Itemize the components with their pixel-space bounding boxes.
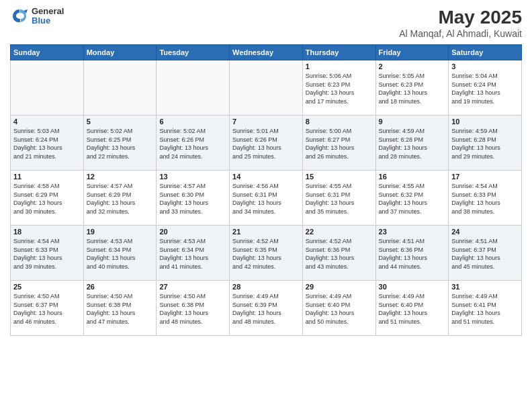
day-info: Sunrise: 4:49 AM Sunset: 6:41 PM Dayligh… <box>451 292 519 326</box>
day-number: 20 <box>159 228 226 236</box>
calendar-cell: 29Sunrise: 4:49 AM Sunset: 6:40 PM Dayli… <box>302 281 375 336</box>
day-number: 31 <box>451 283 519 291</box>
calendar-cell <box>157 60 230 116</box>
calendar-cell: 7Sunrise: 5:01 AM Sunset: 6:26 PM Daylig… <box>230 116 303 171</box>
logo: General Blue <box>10 7 64 26</box>
page: General Blue May 2025 Al Manqaf, Al Ahma… <box>0 0 532 411</box>
day-number: 21 <box>232 228 300 236</box>
day-header-wednesday: Wednesday <box>230 45 303 60</box>
week-row-1: 1Sunrise: 5:06 AM Sunset: 6:23 PM Daylig… <box>11 60 522 116</box>
calendar-cell: 15Sunrise: 4:55 AM Sunset: 6:31 PM Dayli… <box>302 171 375 226</box>
day-info: Sunrise: 4:52 AM Sunset: 6:36 PM Dayligh… <box>306 237 373 271</box>
calendar-cell: 4Sunrise: 5:03 AM Sunset: 6:24 PM Daylig… <box>11 116 84 171</box>
day-info: Sunrise: 5:02 AM Sunset: 6:26 PM Dayligh… <box>159 127 226 161</box>
location: Al Manqaf, Al Ahmadi, Kuwait <box>399 28 522 39</box>
day-info: Sunrise: 4:59 AM Sunset: 6:28 PM Dayligh… <box>451 127 519 161</box>
day-header-thursday: Thursday <box>302 45 375 60</box>
day-number: 27 <box>159 283 226 291</box>
day-header-sunday: Sunday <box>11 45 84 60</box>
calendar-cell: 28Sunrise: 4:49 AM Sunset: 6:39 PM Dayli… <box>230 281 303 336</box>
day-header-friday: Friday <box>375 45 449 60</box>
logo-general-text: General <box>32 7 64 16</box>
day-header-saturday: Saturday <box>449 45 522 60</box>
calendar-cell <box>83 60 157 116</box>
calendar-cell: 30Sunrise: 4:49 AM Sunset: 6:40 PM Dayli… <box>375 281 449 336</box>
calendar-cell: 26Sunrise: 4:50 AM Sunset: 6:38 PM Dayli… <box>83 281 157 336</box>
day-info: Sunrise: 5:05 AM Sunset: 6:23 PM Dayligh… <box>379 72 446 105</box>
calendar-cell: 17Sunrise: 4:54 AM Sunset: 6:33 PM Dayli… <box>449 171 522 226</box>
day-info: Sunrise: 4:51 AM Sunset: 6:37 PM Dayligh… <box>451 237 519 271</box>
day-info: Sunrise: 4:58 AM Sunset: 6:29 PM Dayligh… <box>13 182 81 216</box>
day-number: 22 <box>306 228 373 236</box>
calendar-cell: 31Sunrise: 4:49 AM Sunset: 6:41 PM Dayli… <box>449 281 522 336</box>
calendar-cell: 20Sunrise: 4:53 AM Sunset: 6:34 PM Dayli… <box>157 226 230 281</box>
day-number: 12 <box>87 173 154 181</box>
week-row-2: 4Sunrise: 5:03 AM Sunset: 6:24 PM Daylig… <box>11 116 522 171</box>
day-info: Sunrise: 5:00 AM Sunset: 6:27 PM Dayligh… <box>306 127 373 161</box>
day-number: 28 <box>232 283 300 291</box>
day-number: 14 <box>232 173 300 181</box>
day-info: Sunrise: 4:49 AM Sunset: 6:39 PM Dayligh… <box>232 292 300 326</box>
calendar-cell: 10Sunrise: 4:59 AM Sunset: 6:28 PM Dayli… <box>449 116 522 171</box>
calendar-cell: 25Sunrise: 4:50 AM Sunset: 6:37 PM Dayli… <box>11 281 84 336</box>
day-info: Sunrise: 4:55 AM Sunset: 6:32 PM Dayligh… <box>379 182 446 216</box>
logo-blue-text: Blue <box>32 16 64 26</box>
day-info: Sunrise: 4:49 AM Sunset: 6:40 PM Dayligh… <box>306 292 373 326</box>
month-title: May 2025 <box>399 7 522 28</box>
calendar: SundayMondayTuesdayWednesdayThursdayFrid… <box>10 44 522 336</box>
calendar-cell: 16Sunrise: 4:55 AM Sunset: 6:32 PM Dayli… <box>375 171 449 226</box>
calendar-cell: 27Sunrise: 4:50 AM Sunset: 6:38 PM Dayli… <box>157 281 230 336</box>
day-info: Sunrise: 4:59 AM Sunset: 6:28 PM Dayligh… <box>379 127 446 161</box>
day-number: 15 <box>306 173 373 181</box>
calendar-cell: 8Sunrise: 5:00 AM Sunset: 6:27 PM Daylig… <box>302 116 375 171</box>
day-info: Sunrise: 4:50 AM Sunset: 6:38 PM Dayligh… <box>87 292 154 326</box>
day-number: 30 <box>379 283 446 291</box>
day-number: 8 <box>306 118 373 126</box>
day-info: Sunrise: 4:52 AM Sunset: 6:35 PM Dayligh… <box>232 237 300 271</box>
calendar-cell: 24Sunrise: 4:51 AM Sunset: 6:37 PM Dayli… <box>449 226 522 281</box>
day-number: 16 <box>379 173 446 181</box>
calendar-cell: 12Sunrise: 4:57 AM Sunset: 6:29 PM Dayli… <box>83 171 157 226</box>
calendar-cell: 6Sunrise: 5:02 AM Sunset: 6:26 PM Daylig… <box>157 116 230 171</box>
day-number: 17 <box>451 173 519 181</box>
day-info: Sunrise: 4:56 AM Sunset: 6:31 PM Dayligh… <box>232 182 300 216</box>
day-info: Sunrise: 4:53 AM Sunset: 6:34 PM Dayligh… <box>87 237 154 271</box>
logo-icon <box>10 7 29 26</box>
day-number: 6 <box>159 118 226 126</box>
calendar-header-row: SundayMondayTuesdayWednesdayThursdayFrid… <box>11 45 522 60</box>
calendar-cell: 11Sunrise: 4:58 AM Sunset: 6:29 PM Dayli… <box>11 171 84 226</box>
day-number: 10 <box>451 118 519 126</box>
day-info: Sunrise: 4:53 AM Sunset: 6:34 PM Dayligh… <box>159 237 226 271</box>
day-header-tuesday: Tuesday <box>157 45 230 60</box>
day-number: 2 <box>379 62 446 71</box>
calendar-cell: 5Sunrise: 5:02 AM Sunset: 6:25 PM Daylig… <box>83 116 157 171</box>
day-info: Sunrise: 4:55 AM Sunset: 6:31 PM Dayligh… <box>306 182 373 216</box>
day-info: Sunrise: 4:51 AM Sunset: 6:36 PM Dayligh… <box>379 237 446 271</box>
calendar-cell: 19Sunrise: 4:53 AM Sunset: 6:34 PM Dayli… <box>83 226 157 281</box>
calendar-cell <box>230 60 303 116</box>
day-info: Sunrise: 4:50 AM Sunset: 6:37 PM Dayligh… <box>13 292 81 326</box>
calendar-cell: 23Sunrise: 4:51 AM Sunset: 6:36 PM Dayli… <box>375 226 449 281</box>
day-number: 18 <box>13 228 81 236</box>
day-info: Sunrise: 4:50 AM Sunset: 6:38 PM Dayligh… <box>159 292 226 326</box>
day-info: Sunrise: 5:04 AM Sunset: 6:24 PM Dayligh… <box>451 72 519 105</box>
day-number: 4 <box>13 118 81 126</box>
day-header-monday: Monday <box>83 45 157 60</box>
day-info: Sunrise: 4:57 AM Sunset: 6:29 PM Dayligh… <box>87 182 154 216</box>
calendar-cell: 2Sunrise: 5:05 AM Sunset: 6:23 PM Daylig… <box>375 60 449 116</box>
day-info: Sunrise: 5:06 AM Sunset: 6:23 PM Dayligh… <box>306 72 373 105</box>
day-info: Sunrise: 4:54 AM Sunset: 6:33 PM Dayligh… <box>13 237 81 271</box>
day-number: 3 <box>451 62 519 71</box>
calendar-cell: 14Sunrise: 4:56 AM Sunset: 6:31 PM Dayli… <box>230 171 303 226</box>
day-number: 26 <box>87 283 154 291</box>
day-number: 1 <box>306 62 373 71</box>
day-number: 9 <box>379 118 446 126</box>
calendar-cell: 3Sunrise: 5:04 AM Sunset: 6:24 PM Daylig… <box>449 60 522 116</box>
logo-text: General Blue <box>32 7 64 26</box>
calendar-cell: 22Sunrise: 4:52 AM Sunset: 6:36 PM Dayli… <box>302 226 375 281</box>
day-info: Sunrise: 5:03 AM Sunset: 6:24 PM Dayligh… <box>13 127 81 161</box>
header: General Blue May 2025 Al Manqaf, Al Ahma… <box>10 7 522 39</box>
week-row-4: 18Sunrise: 4:54 AM Sunset: 6:33 PM Dayli… <box>11 226 522 281</box>
week-row-5: 25Sunrise: 4:50 AM Sunset: 6:37 PM Dayli… <box>11 281 522 336</box>
calendar-cell: 9Sunrise: 4:59 AM Sunset: 6:28 PM Daylig… <box>375 116 449 171</box>
